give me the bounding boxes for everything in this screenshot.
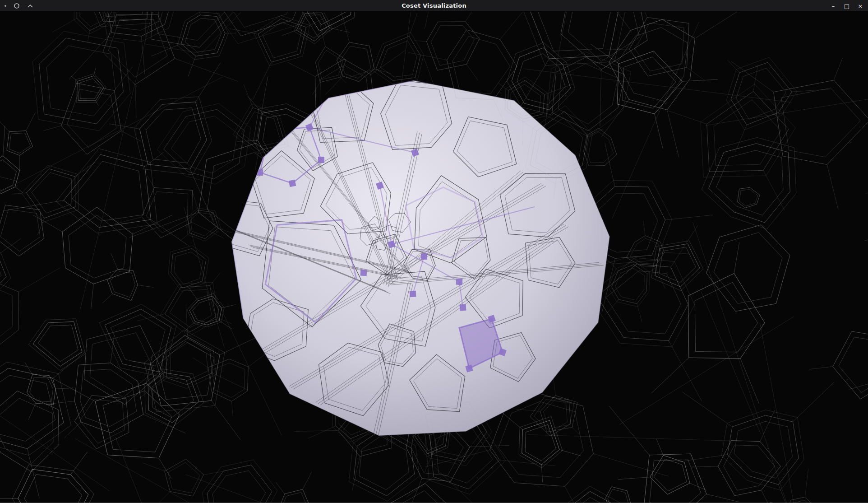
maximize-button[interactable]: □: [841, 1, 853, 11]
close-button[interactable]: ×: [854, 1, 866, 11]
status-dot-icon: [5, 5, 6, 7]
titlebar: Coset Visualization – □ ×: [0, 0, 868, 12]
caret-up-icon[interactable]: [27, 4, 33, 8]
app-window: Coset Visualization – □ ×: [0, 0, 868, 503]
coset-sphere: [231, 80, 609, 435]
minimize-button[interactable]: –: [827, 1, 839, 11]
window-title: Coset Visualization: [0, 2, 868, 9]
circle-icon[interactable]: [14, 3, 20, 9]
titlebar-left-icons: [5, 0, 33, 12]
visualization-canvas[interactable]: [0, 12, 868, 503]
scene-svg: [0, 12, 868, 503]
window-controls: – □ ×: [827, 0, 866, 12]
